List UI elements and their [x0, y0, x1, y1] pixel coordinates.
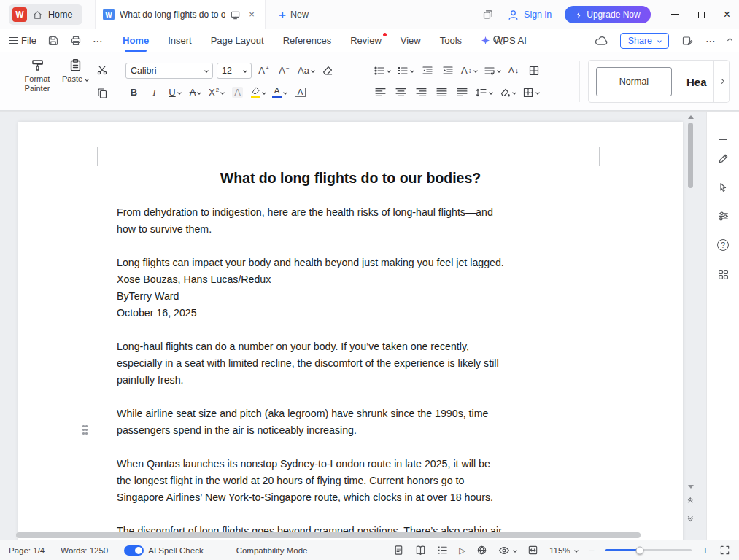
- sign-in-label: Sign in: [524, 9, 552, 20]
- fit-page-icon[interactable]: [527, 545, 538, 556]
- more-options-icon[interactable]: ⋯: [705, 35, 716, 47]
- window-close-button[interactable]: ×: [724, 9, 730, 20]
- grow-font-button[interactable]: A+: [255, 61, 272, 79]
- scroll-down-button[interactable]: [686, 485, 694, 489]
- collapse-ribbon-icon[interactable]: [728, 39, 732, 42]
- select-cursor-icon[interactable]: [714, 179, 732, 196]
- document-tab[interactable]: W What do long flights do to ou ×: [95, 0, 266, 29]
- new-tab-button[interactable]: + New: [279, 6, 309, 23]
- toggle-on-icon[interactable]: [124, 545, 144, 556]
- eye-protection-icon[interactable]: [498, 545, 516, 556]
- numbered-list-button[interactable]: [395, 61, 415, 79]
- outline-view-icon[interactable]: [437, 545, 448, 556]
- more-commands-icon[interactable]: ⋯: [93, 35, 103, 47]
- horizontal-scrollbar-thumb[interactable]: [16, 532, 641, 538]
- font-color-button[interactable]: A: [271, 83, 288, 101]
- distribute-button[interactable]: [454, 83, 471, 101]
- edit-pen-icon[interactable]: [714, 149, 732, 167]
- upgrade-button[interactable]: Upgrade Now: [565, 6, 650, 23]
- tab-insert[interactable]: Insert: [168, 29, 192, 52]
- settings-sliders-icon[interactable]: [714, 207, 732, 225]
- bullet-list-button[interactable]: [372, 61, 392, 79]
- text-direction-button[interactable]: A↕: [460, 61, 479, 79]
- text-wrap-button[interactable]: [482, 61, 502, 79]
- vertical-scrollbar[interactable]: [686, 113, 694, 539]
- word-count[interactable]: Words: 1250: [61, 546, 108, 555]
- vertical-scrollbar-thumb[interactable]: [688, 122, 693, 188]
- font-size-select[interactable]: 12: [217, 63, 252, 79]
- read-mode-icon[interactable]: [415, 545, 426, 556]
- character-shading-button[interactable]: A: [229, 83, 246, 101]
- print-icon[interactable]: [70, 35, 82, 47]
- underline-button[interactable]: U: [166, 83, 183, 101]
- tab-review[interactable]: Review: [350, 29, 382, 52]
- bold-button[interactable]: B: [125, 83, 142, 101]
- document-area: What do long flights do to our bodies? F…: [0, 111, 739, 540]
- copy-icon[interactable]: [93, 84, 110, 102]
- clear-formatting-icon[interactable]: [320, 61, 336, 79]
- help-icon[interactable]: ?: [714, 236, 732, 254]
- justify-button[interactable]: [433, 83, 450, 101]
- tab-references[interactable]: References: [283, 29, 331, 52]
- tab-close-icon[interactable]: ×: [246, 9, 258, 20]
- document-page[interactable]: What do long flights do to our bodies? F…: [18, 122, 683, 540]
- zoom-slider[interactable]: [605, 549, 692, 551]
- align-center-button[interactable]: [392, 83, 409, 101]
- minimize-button[interactable]: [671, 14, 679, 15]
- next-page-button[interactable]: [686, 516, 694, 519]
- tab-home[interactable]: Home: [123, 29, 149, 52]
- spellcheck-toggle[interactable]: AI Spell Check: [124, 545, 203, 556]
- collapse-panel-icon[interactable]: [714, 131, 732, 148]
- save-icon[interactable]: [47, 35, 59, 47]
- cloud-sync-icon[interactable]: [595, 34, 608, 47]
- sign-in-button[interactable]: Sign in: [507, 9, 552, 21]
- apps-grid-icon[interactable]: [714, 265, 732, 283]
- file-menu[interactable]: File: [9, 35, 36, 46]
- presentation-play-icon[interactable]: ▷: [459, 545, 465, 556]
- sort-button[interactable]: A↓: [506, 61, 522, 79]
- increase-indent-button[interactable]: [439, 61, 456, 79]
- italic-button[interactable]: I: [146, 83, 163, 101]
- decrease-indent-button[interactable]: [419, 61, 436, 79]
- zoom-slider-thumb[interactable]: [636, 546, 644, 554]
- tab-wps-ai[interactable]: WPS AI: [481, 29, 527, 52]
- previous-page-button[interactable]: [686, 499, 694, 503]
- page-indicator[interactable]: Page: 1/4: [9, 546, 45, 555]
- toolbar-settings-icon[interactable]: [681, 35, 693, 47]
- tab-page-layout[interactable]: Page Layout: [211, 29, 264, 52]
- zoom-out-button[interactable]: −: [589, 545, 595, 556]
- web-view-icon[interactable]: [476, 545, 487, 556]
- font-name-select[interactable]: Calibri: [125, 63, 213, 79]
- paragraph-drag-handle[interactable]: [82, 425, 88, 436]
- fullscreen-icon[interactable]: [719, 545, 730, 556]
- style-normal[interactable]: Normal: [596, 67, 672, 96]
- align-right-button[interactable]: [413, 83, 430, 101]
- tab-view[interactable]: View: [401, 29, 421, 52]
- scroll-up-button[interactable]: [686, 115, 694, 119]
- maximize-button[interactable]: [698, 12, 705, 18]
- paste-button[interactable]: Paste: [57, 58, 93, 84]
- styles-more-button[interactable]: [713, 61, 729, 102]
- shrink-font-button[interactable]: A−: [276, 61, 293, 79]
- zoom-level[interactable]: 115%: [549, 546, 578, 555]
- style-heading[interactable]: Hea: [686, 67, 713, 96]
- format-painter-button[interactable]: Format Painter: [19, 58, 55, 93]
- table-grid-icon[interactable]: [526, 61, 543, 79]
- borders-button[interactable]: [521, 83, 541, 101]
- line-spacing-button[interactable]: [474, 83, 494, 101]
- change-case-button[interactable]: Aa: [296, 61, 316, 79]
- strikethrough-button[interactable]: A: [187, 83, 204, 101]
- tab-tools[interactable]: Tools: [440, 29, 462, 52]
- share-button[interactable]: Share: [620, 33, 669, 49]
- align-left-button[interactable]: [372, 83, 389, 101]
- shading-button[interactable]: [498, 83, 517, 101]
- tab-layout-icon[interactable]: [482, 9, 494, 20]
- page-view-icon[interactable]: [393, 545, 404, 556]
- character-border-button[interactable]: A: [292, 83, 309, 101]
- highlight-color-button[interactable]: [249, 83, 267, 101]
- cut-icon[interactable]: [93, 61, 110, 79]
- home-tab[interactable]: W Home: [9, 4, 82, 25]
- zoom-in-button[interactable]: +: [703, 545, 708, 556]
- search-icon[interactable]: [492, 34, 503, 46]
- superscript-button[interactable]: X2: [207, 83, 225, 101]
